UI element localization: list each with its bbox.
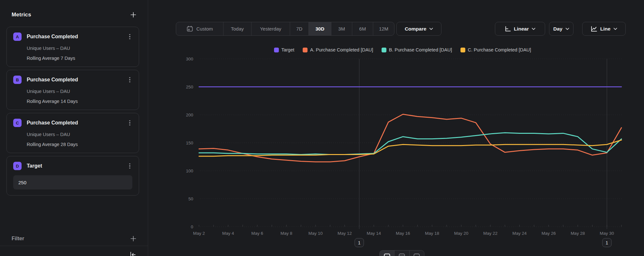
annotation-badge-label: 1 — [606, 240, 608, 245]
x-axis-label: May 6 — [251, 231, 263, 236]
date-range-control: CustomTodayYesterday7D30D3M6M12M — [176, 22, 394, 36]
interval-selector-button[interactable]: Day — [549, 22, 573, 36]
scale-selector-button[interactable]: Linear — [495, 22, 545, 36]
legend-swatch — [274, 48, 279, 52]
metric-menu-button[interactable] — [127, 33, 132, 40]
metric-transform: Rolling Average 28 Days — [27, 142, 132, 147]
filter-title: Filter — [12, 236, 24, 242]
range-custom[interactable]: Custom — [176, 22, 223, 35]
add-filter-button[interactable] — [130, 235, 137, 242]
range-6m[interactable]: 6M — [352, 22, 373, 35]
x-axis-label: May 18 — [425, 231, 439, 236]
legend-item[interactable]: Target — [274, 47, 294, 52]
x-axis-label: May 14 — [367, 231, 381, 236]
x-axis-label: May 8 — [280, 231, 292, 236]
plus-icon — [130, 12, 137, 18]
range-3m[interactable]: 3M — [331, 22, 352, 35]
chart-area: 050100150200250300May 2May 4May 6May 8Ma… — [180, 55, 644, 256]
target-value-input[interactable]: 250 — [13, 175, 132, 189]
mini-line-chart-button[interactable] — [380, 251, 394, 256]
legend-label: A. Purchase Completed [DAU] — [310, 47, 373, 52]
chevron-down-icon — [565, 28, 569, 30]
line-chart-icon — [591, 26, 597, 32]
x-axis-label: May 2 — [193, 231, 205, 236]
range-30d[interactable]: 30D — [308, 22, 331, 35]
metrics-line-chart: 050100150200250300May 2May 4May 6May 8Ma… — [180, 55, 644, 256]
legend-swatch — [460, 48, 465, 52]
legend-label: C. Purchase Completed [DAU] — [468, 47, 531, 52]
legend-label: Target — [281, 47, 294, 52]
target-title: Target — [27, 163, 127, 169]
y-axis-label: 250 — [186, 85, 193, 89]
metric-measurement: Unique Users – DAU — [27, 46, 132, 51]
series-line — [199, 133, 621, 155]
metric-badge: B — [13, 76, 22, 84]
legend-item[interactable]: C. Purchase Completed [DAU] — [460, 47, 531, 52]
metric-transform: Rolling Average 14 Days — [27, 99, 132, 104]
interval-label: Day — [553, 26, 562, 32]
x-axis-label: May 4 — [222, 231, 234, 236]
y-axis-label: 0 — [191, 224, 193, 229]
plus-icon — [130, 235, 137, 242]
metrics-dashboard: Metrics APurchase CompletedUnique Users … — [0, 0, 644, 256]
range-yesterday[interactable]: Yesterday — [251, 22, 290, 35]
metric-card-b[interactable]: BPurchase CompletedUnique Users – DAURol… — [6, 70, 139, 110]
target-card[interactable]: DTarget250 — [6, 156, 139, 196]
metric-measurement: Unique Users – DAU — [27, 132, 132, 137]
mini-bar-chart-button[interactable] — [394, 251, 409, 256]
chevron-down-icon — [613, 28, 617, 30]
legend-item[interactable]: B. Purchase Completed [DAU] — [382, 47, 452, 52]
metrics-title: Metrics — [12, 12, 31, 18]
y-axis-label: 300 — [186, 57, 193, 61]
compare-button[interactable]: Compare — [396, 22, 441, 36]
y-axis-label: 150 — [186, 141, 193, 145]
sidebar-divider — [0, 246, 148, 246]
compare-label: Compare — [405, 26, 426, 32]
mini-table-button[interactable] — [409, 251, 424, 256]
range-12m[interactable]: 12M — [373, 22, 394, 35]
metrics-header: Metrics — [12, 10, 137, 20]
legend-item[interactable]: A. Purchase Completed [DAU] — [303, 47, 373, 52]
annotation-badge-label: 1 — [358, 240, 361, 245]
legend-label: B. Purchase Completed [DAU] — [389, 47, 452, 52]
metric-card-list: APurchase CompletedUnique Users – DAURol… — [6, 27, 139, 198]
x-axis-label: May 16 — [396, 231, 410, 236]
metric-menu-button[interactable] — [127, 77, 132, 83]
chart-type-selector-button[interactable]: Line — [582, 22, 626, 36]
metric-measurement: Unique Users – DAU — [27, 89, 132, 94]
filter-header: Filter — [12, 233, 137, 244]
collapse-sidebar-button[interactable] — [129, 251, 137, 256]
x-axis-label: May 12 — [337, 231, 352, 236]
range-today[interactable]: Today — [223, 22, 251, 35]
metric-card-a[interactable]: APurchase CompletedUnique Users – DAURol… — [6, 27, 139, 67]
chevron-down-icon — [429, 28, 433, 30]
add-metric-button[interactable] — [130, 11, 137, 18]
metric-badge: C — [13, 119, 22, 127]
range-7d[interactable]: 7D — [290, 22, 308, 35]
metric-title: Purchase Completed — [27, 34, 127, 40]
calendar-icon — [186, 25, 193, 32]
x-axis-label: May 20 — [454, 231, 468, 236]
metrics-sidebar: Metrics APurchase CompletedUnique Users … — [0, 0, 148, 256]
target-menu-button[interactable] — [127, 163, 132, 169]
x-axis-label: May 28 — [571, 231, 585, 236]
mini-chart-type-control — [379, 250, 424, 256]
chart-legend: TargetA. Purchase Completed [DAU]B. Purc… — [180, 46, 625, 53]
chart-type-label: Line — [600, 26, 611, 32]
x-axis-label: May 26 — [542, 231, 556, 236]
y-axis-label: 200 — [186, 113, 193, 117]
y-axis-label: 100 — [186, 169, 193, 173]
metric-badge: D — [13, 162, 22, 170]
metric-menu-button[interactable] — [127, 120, 132, 126]
x-axis-label: May 30 — [600, 231, 614, 236]
chevron-down-icon — [532, 28, 535, 30]
x-axis-label: May 10 — [308, 231, 323, 236]
scale-label: Linear — [514, 26, 529, 32]
chart-card-icon — [384, 253, 390, 256]
linear-scale-icon — [505, 26, 511, 32]
metric-badge: A — [13, 32, 22, 41]
chart-rows-icon — [399, 253, 405, 256]
metric-card-c[interactable]: CPurchase CompletedUnique Users – DAURol… — [6, 113, 139, 153]
chart-table-icon — [413, 253, 420, 256]
x-axis-label: May 22 — [483, 231, 497, 236]
